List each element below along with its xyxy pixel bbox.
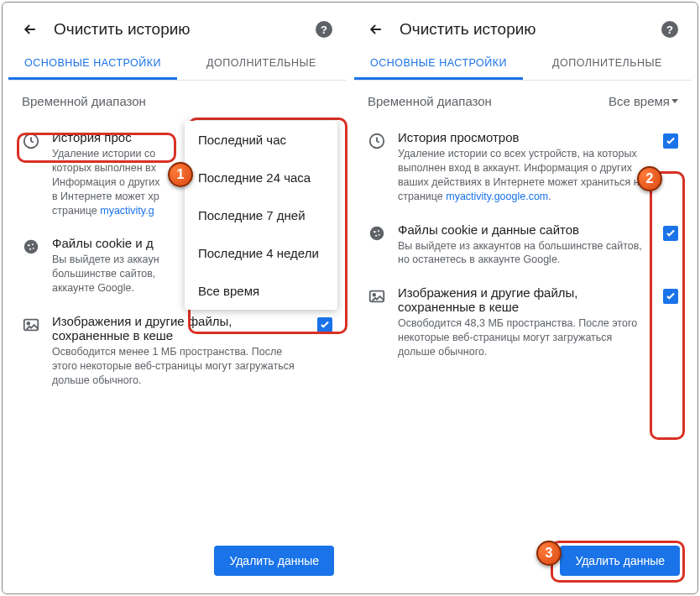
activity-link[interactable]: myactivity.g bbox=[100, 205, 154, 217]
svg-point-1 bbox=[24, 240, 39, 254]
tabs: ОСНОВНЫЕ НАСТРОЙКИ ДОПОЛНИТЕЛЬНЫЕ bbox=[354, 47, 692, 81]
item-text: Файлы cookie и данные сайтов Вы выйдете … bbox=[398, 222, 651, 268]
time-range-label: Временной диапазон bbox=[368, 94, 492, 108]
screen-right: Очистить историю ? ОСНОВНЫЕ НАСТРОЙКИ ДО… bbox=[354, 8, 692, 588]
svg-point-12 bbox=[375, 234, 377, 236]
svg-point-5 bbox=[33, 248, 34, 249]
activity-link[interactable]: myactivity.google.com bbox=[446, 191, 548, 202]
item-text: История просмотров Удаление истории со в… bbox=[398, 130, 651, 204]
tab-advanced[interactable]: ДОПОЛНИТЕЛЬНЫЕ bbox=[523, 47, 692, 80]
svg-point-11 bbox=[378, 230, 379, 232]
cookie-icon bbox=[368, 224, 386, 243]
dropdown-item[interactable]: Последние 24 часа bbox=[185, 159, 337, 196]
header: Очистить историю ? bbox=[8, 8, 346, 47]
clock-icon bbox=[368, 132, 386, 150]
svg-point-4 bbox=[29, 248, 31, 250]
time-range-value: Все время bbox=[609, 94, 678, 108]
tab-advanced[interactable]: ДОПОЛНИТЕЛЬНЫЕ bbox=[177, 47, 346, 80]
list-item-cookies[interactable]: Файлы cookie и данные сайтов Вы выйдете … bbox=[354, 214, 692, 278]
image-icon bbox=[22, 316, 40, 334]
svg-point-15 bbox=[373, 294, 375, 296]
help-icon[interactable]: ? bbox=[316, 21, 332, 38]
item-text: Изображения и другие файлы, сохраненные … bbox=[398, 285, 651, 359]
image-icon bbox=[368, 287, 386, 306]
step-badge-3: 3 bbox=[536, 541, 562, 566]
dropdown-item[interactable]: Последние 7 дней bbox=[185, 196, 337, 234]
cookies-checkbox[interactable] bbox=[663, 226, 678, 241]
dropdown-item[interactable]: Последние 4 недели bbox=[185, 234, 337, 272]
screen-left: Очистить историю ? ОСНОВНЫЕ НАСТРОЙКИ ДО… bbox=[8, 8, 346, 588]
svg-point-9 bbox=[370, 226, 384, 240]
back-icon[interactable] bbox=[368, 21, 384, 38]
delete-button[interactable]: Удалить данные bbox=[214, 546, 334, 576]
time-range-row[interactable]: Временной диапазон bbox=[8, 81, 346, 122]
cache-checkbox[interactable] bbox=[317, 317, 332, 332]
list-item-cache[interactable]: Изображения и другие файлы, сохраненные … bbox=[354, 277, 692, 369]
time-range-label: Временной диапазон bbox=[22, 94, 146, 108]
svg-point-7 bbox=[27, 322, 29, 325]
header: Очистить историю ? bbox=[354, 8, 692, 47]
svg-point-3 bbox=[32, 244, 34, 246]
back-icon[interactable] bbox=[22, 21, 39, 38]
clock-icon bbox=[22, 132, 40, 150]
dropdown-item[interactable]: Последний час bbox=[185, 121, 337, 159]
list-item-cache[interactable]: Изображения и другие файлы, сохраненные … bbox=[8, 306, 346, 398]
page-title: Очистить историю bbox=[400, 20, 646, 39]
history-checkbox[interactable] bbox=[663, 133, 678, 149]
tabs: ОСНОВНЫЕ НАСТРОЙКИ ДОПОЛНИТЕЛЬНЫЕ bbox=[8, 47, 346, 81]
cookie-icon bbox=[22, 238, 40, 256]
step-badge-2: 2 bbox=[637, 166, 662, 191]
svg-point-10 bbox=[374, 230, 375, 232]
list-item-history[interactable]: История просмотров Удаление истории со в… bbox=[354, 122, 692, 214]
delete-button[interactable]: Удалить данные bbox=[560, 546, 680, 576]
step-badge-1: 1 bbox=[168, 162, 193, 187]
tab-basic[interactable]: ОСНОВНЫЕ НАСТРОЙКИ bbox=[354, 47, 523, 80]
dropdown-item[interactable]: Все время bbox=[185, 272, 337, 310]
help-icon[interactable]: ? bbox=[661, 21, 678, 38]
item-text: Изображения и другие файлы, сохраненные … bbox=[52, 314, 306, 388]
tab-basic[interactable]: ОСНОВНЫЕ НАСТРОЙКИ bbox=[8, 47, 177, 80]
time-range-row[interactable]: Временной диапазон Все время bbox=[354, 81, 692, 122]
svg-point-13 bbox=[379, 233, 380, 235]
cache-checkbox[interactable] bbox=[663, 289, 678, 304]
time-range-dropdown: Последний час Последние 24 часа Последни… bbox=[185, 121, 337, 310]
chevron-down-icon bbox=[671, 99, 678, 103]
page-title: Очистить историю bbox=[54, 20, 300, 39]
svg-point-2 bbox=[28, 244, 29, 246]
